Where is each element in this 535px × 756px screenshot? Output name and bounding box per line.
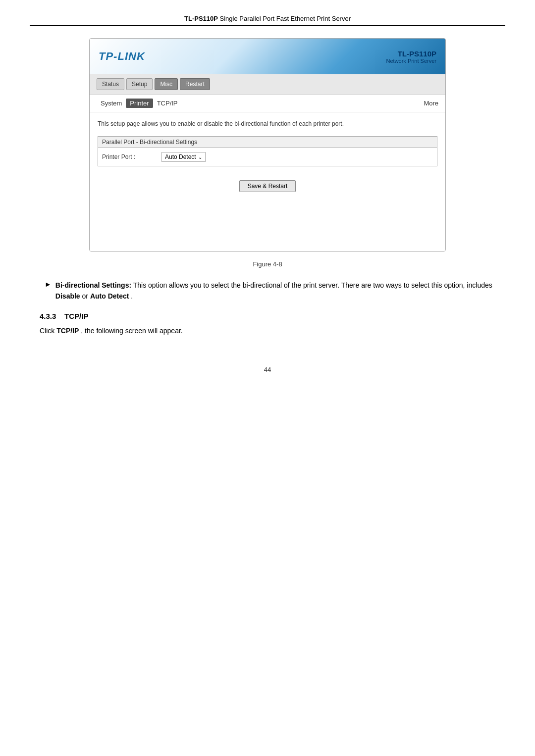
save-button-row: Save & Restart [98, 172, 437, 196]
tp-model-name: TL-PS110P [386, 50, 436, 58]
body-section: ► Bi-directional Settings: This option a… [30, 280, 505, 302]
printer-port-value: Auto Detect [165, 153, 196, 160]
click-prefix: Click [40, 327, 56, 335]
nav-tabs: Status Setup Misc Restart [90, 74, 445, 95]
printer-port-label: Printer Port : [102, 153, 161, 160]
section-433-spacer [58, 312, 62, 320]
description-text: This setup page allows you to enable or … [98, 119, 437, 128]
subnav-tcpip[interactable]: TCP/IP [153, 99, 182, 108]
printer-port-row: Printer Port : Auto Detect ⌄ [98, 148, 437, 166]
tab-status[interactable]: Status [97, 78, 124, 90]
click-tcpip-bold: TCP/IP [56, 327, 79, 335]
option-end: . [131, 292, 133, 300]
bullet-description: This option allows you to select the bi-… [133, 281, 492, 289]
section-433-heading: 4.3.3 TCP/IP [40, 312, 495, 320]
bullet-bidirectional: ► Bi-directional Settings: This option a… [40, 280, 495, 302]
tp-link-logo: TP-LINK [99, 50, 145, 63]
tab-setup[interactable]: Setup [126, 78, 153, 90]
page-number: 44 [30, 366, 505, 373]
device-ui-screenshot: TP-LINK TL-PS110P Network Print Server S… [89, 38, 446, 252]
option-or: or [82, 292, 90, 300]
section-box: Parallel Port - Bi-directional Settings … [98, 136, 437, 166]
tp-model-sub: Network Print Server [386, 58, 436, 64]
chevron-down-icon: ⌄ [198, 154, 202, 160]
tp-header: TP-LINK TL-PS110P Network Print Server [90, 39, 445, 74]
bullet-arrow-icon: ► [45, 280, 52, 288]
subnav-system[interactable]: System [97, 99, 126, 108]
content-area: This setup page allows you to enable or … [90, 112, 445, 251]
header-description: Single Parallel Port Fast Ethernet Print… [220, 15, 351, 22]
header-model: TL-PS110P [184, 15, 218, 22]
figure-caption: Figure 4-8 [30, 260, 505, 268]
doc-header: TL-PS110P Single Parallel Port Fast Ethe… [30, 15, 505, 26]
bullet-bidirectional-text: Bi-directional Settings: This option all… [55, 280, 495, 302]
save-restart-button[interactable]: Save & Restart [239, 180, 296, 192]
section-433-number: 4.3.3 [40, 312, 56, 320]
tab-restart[interactable]: Restart [180, 78, 210, 90]
subnav-more[interactable]: More [424, 100, 438, 107]
option-disable: Disable [55, 292, 80, 300]
click-suffix: , the following screen will appear. [81, 327, 182, 335]
printer-port-select[interactable]: Auto Detect ⌄ [161, 152, 206, 162]
section-title: Parallel Port - Bi-directional Settings [98, 137, 437, 148]
click-tcpip-text: Click TCP/IP , the following screen will… [40, 325, 495, 336]
section-433-title: TCP/IP [64, 312, 88, 320]
tab-misc[interactable]: Misc [155, 78, 178, 90]
bullet-label: Bi-directional Settings: [55, 281, 131, 289]
sub-nav: System Printer TCP/IP More [90, 95, 445, 112]
tp-link-logo-text: TP-LINK [99, 50, 145, 62]
tp-model-info: TL-PS110P Network Print Server [386, 50, 436, 64]
subnav-printer[interactable]: Printer [126, 99, 153, 108]
option-auto-detect: Auto Detect [90, 292, 129, 300]
